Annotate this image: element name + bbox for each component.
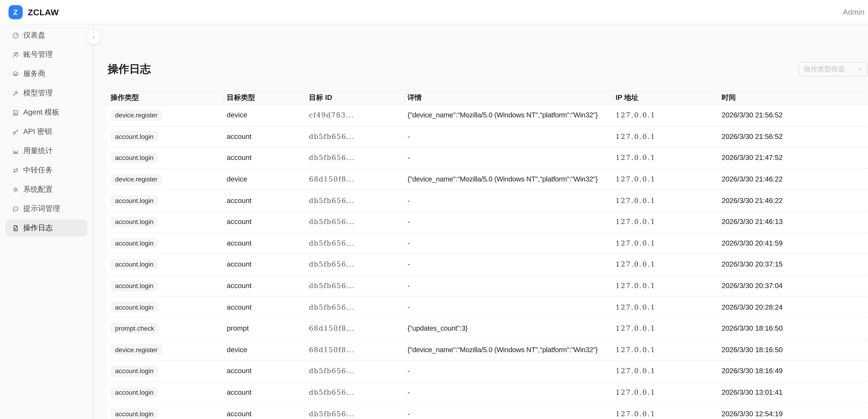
robot-icon xyxy=(12,109,19,116)
sidebar-item-api-keys[interactable]: API 密钥 xyxy=(6,123,87,140)
details-cell: - xyxy=(404,239,612,247)
ip-cell: 127.0.0.1 xyxy=(612,175,718,183)
column-header: 时间 xyxy=(718,91,868,104)
sidebar-item-providers[interactable]: 服务商 xyxy=(6,65,87,82)
target-type-cell: account xyxy=(223,197,306,205)
action-type-badge: prompt.check xyxy=(111,323,159,334)
operation-log-table: 操作类型目标类型目标 ID详情IP 地址时间 device.registerde… xyxy=(107,90,868,419)
column-header: 目标 ID xyxy=(306,91,404,104)
ip-cell: 127.0.0.1 xyxy=(612,325,718,332)
ip-cell: 127.0.0.1 xyxy=(612,218,718,226)
sidebar-item-operation-logs[interactable]: 操作日志 xyxy=(6,219,87,237)
sidebar-item-dashboard[interactable]: 仪表盘 xyxy=(6,27,87,43)
target-type-cell: device xyxy=(223,111,306,119)
filter-placeholder: 操作类型筛选 xyxy=(804,64,857,74)
sidebar-nav: 仪表盘账号管理服务商模型管理Agent 模板API 密钥用量统计中转任务系统配置… xyxy=(0,27,93,236)
column-header: 操作类型 xyxy=(107,91,223,104)
target-id-cell: db5fb656... xyxy=(306,261,404,268)
target-id-cell: cf49d783... xyxy=(306,111,404,119)
action-type-badge: device.register xyxy=(111,110,162,121)
details-cell: - xyxy=(404,133,612,141)
sidebar-item-usage-stats[interactable]: 用量统计 xyxy=(6,142,87,159)
ip-cell: 127.0.0.1 xyxy=(612,367,718,375)
target-id-cell: db5fb656... xyxy=(306,282,404,290)
bar-chart-icon xyxy=(12,147,19,154)
details-cell: - xyxy=(404,367,612,375)
sidebar-item-label: 系统配置 xyxy=(23,184,53,194)
sidebar-item-label: 服务商 xyxy=(23,68,45,79)
action-type-cell: prompt.check xyxy=(107,323,223,334)
time-cell: 2026/3/30 20:37:15 xyxy=(718,261,868,268)
table-body: device.registerdevicecf49d783...{"device… xyxy=(107,105,868,419)
table-row: device.registerdevice68d150f8...{"device… xyxy=(107,339,868,361)
target-id-cell: 68d150f8... xyxy=(306,346,404,354)
ip-cell: 127.0.0.1 xyxy=(612,410,718,418)
action-type-badge: account.login xyxy=(111,302,158,312)
chevron-left-icon xyxy=(91,35,96,40)
target-id-cell: db5fb656... xyxy=(306,133,404,141)
sidebar-item-system-config[interactable]: 系统配置 xyxy=(6,181,87,198)
action-type-badge: account.login xyxy=(111,152,158,163)
details-cell: {"device_name":"Mozilla/5.0 (Windows NT"… xyxy=(404,111,612,119)
action-type-cell: account.login xyxy=(107,216,223,227)
swap-icon xyxy=(12,166,19,174)
cloud-server-icon xyxy=(12,70,19,77)
time-cell: 2026/3/30 12:54:19 xyxy=(718,410,868,418)
sidebar-item-agent-templates[interactable]: Agent 模板 xyxy=(6,104,87,121)
action-type-badge: device.register xyxy=(111,174,162,185)
table-row: account.loginaccountdb5fb656...-127.0.0.… xyxy=(107,233,868,254)
target-type-cell: prompt xyxy=(223,325,306,332)
table-row: account.loginaccountdb5fb656...-127.0.0.… xyxy=(107,126,868,148)
ip-cell: 127.0.0.1 xyxy=(612,282,718,290)
details-cell: {"device_name":"Mozilla/5.0 (Windows NT"… xyxy=(404,346,612,354)
time-cell: 2026/3/30 18:16:49 xyxy=(718,367,868,375)
target-id-cell: db5fb656... xyxy=(306,197,404,205)
app-window: Z ZCLAW Admin 仪表盘账号管理服务商模型管理Agent 模板API … xyxy=(0,0,868,419)
target-id-cell: db5fb656... xyxy=(306,218,404,226)
target-type-cell: device xyxy=(223,175,306,183)
table-row: device.registerdevice68d150f8...{"device… xyxy=(107,169,868,190)
action-type-filter-select[interactable]: 操作类型筛选 xyxy=(799,62,868,77)
time-cell: 2026/3/30 21:47:52 xyxy=(718,154,868,162)
user-menu[interactable]: Admin xyxy=(843,8,865,16)
action-type-cell: account.login xyxy=(107,238,223,248)
action-type-badge: account.login xyxy=(111,408,158,419)
target-id-cell: 68d150f8... xyxy=(306,325,404,332)
brand-name: ZCLAW xyxy=(28,7,59,17)
target-type-cell: account xyxy=(223,282,306,290)
sidebar-item-prompts[interactable]: 提示词管理 xyxy=(6,200,87,217)
table-row: account.loginaccountdb5fb656...-127.0.0.… xyxy=(107,254,868,275)
document-icon xyxy=(12,224,19,232)
details-cell: - xyxy=(404,154,612,162)
details-cell: - xyxy=(404,218,612,226)
plug-icon xyxy=(12,89,19,96)
top-bar: Z ZCLAW Admin xyxy=(0,0,868,24)
sidebar-item-label: 账号管理 xyxy=(23,49,53,60)
time-cell: 2026/3/30 21:46:22 xyxy=(718,197,868,205)
details-cell: - xyxy=(404,388,612,396)
time-cell: 2026/3/30 20:28:24 xyxy=(718,303,868,311)
sidebar-item-models[interactable]: 模型管理 xyxy=(6,85,87,101)
table-row: account.loginaccountdb5fb656...-127.0.0.… xyxy=(107,361,868,382)
target-type-cell: account xyxy=(223,133,306,141)
sidebar-collapse-button[interactable] xyxy=(87,31,100,44)
target-type-cell: account xyxy=(223,239,306,247)
sidebar-item-relay-tasks[interactable]: 中转任务 xyxy=(6,162,87,179)
ip-cell: 127.0.0.1 xyxy=(612,133,718,141)
gauge-icon xyxy=(12,31,19,39)
sidebar-item-accounts[interactable]: 账号管理 xyxy=(6,46,87,63)
ip-cell: 127.0.0.1 xyxy=(612,239,718,247)
action-type-cell: device.register xyxy=(107,344,223,355)
time-cell: 2026/3/30 20:41:59 xyxy=(718,239,868,247)
action-type-cell: device.register xyxy=(107,110,223,121)
details-cell: - xyxy=(404,303,612,311)
target-type-cell: account xyxy=(223,303,306,311)
page-title: 操作日志 xyxy=(107,62,151,77)
sidebar-item-label: 中转任务 xyxy=(23,165,53,175)
action-type-badge: account.login xyxy=(111,387,158,398)
action-type-cell: account.login xyxy=(107,131,223,142)
sidebar-item-label: 模型管理 xyxy=(23,88,53,98)
target-id-cell: db5fb656... xyxy=(306,303,404,311)
time-cell: 2026/3/30 18:16:50 xyxy=(718,325,868,332)
time-cell: 2026/3/30 21:56:52 xyxy=(718,111,868,119)
